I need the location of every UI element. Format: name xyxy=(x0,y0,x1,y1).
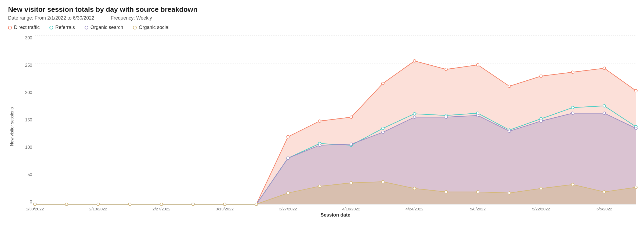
svg-point-17 xyxy=(350,116,353,118)
svg-point-66 xyxy=(635,127,637,130)
chart-container: New visitor sessions 300250200150100500 … xyxy=(8,36,636,218)
svg-point-38 xyxy=(382,127,384,130)
svg-point-19 xyxy=(413,59,416,62)
legend-label-organic-search: Organic search xyxy=(91,25,123,30)
svg-point-39 xyxy=(413,112,416,115)
x-tick: 3/13/2022 xyxy=(216,207,234,211)
legend-label-referrals: Referrals xyxy=(55,25,75,30)
y-axis-label: New visitor sessions xyxy=(8,36,16,218)
svg-point-82 xyxy=(508,192,511,194)
y-tick: 300 xyxy=(25,36,32,40)
svg-point-21 xyxy=(476,64,479,66)
x-tick: 6/5/2022 xyxy=(596,207,612,211)
svg-point-22 xyxy=(508,85,511,88)
y-tick: 200 xyxy=(25,90,32,95)
svg-point-85 xyxy=(603,191,606,193)
y-axis: 300250200150100500 xyxy=(19,36,35,204)
x-tick: 1/30/2022 xyxy=(26,207,44,211)
date-range: Date range: From 2/1/2022 to 6/30/2022 xyxy=(8,15,94,21)
svg-point-65 xyxy=(603,112,606,114)
svg-point-79 xyxy=(413,187,416,190)
y-tick: 0 xyxy=(30,200,32,204)
x-tick: 5/8/2022 xyxy=(470,207,486,211)
svg-point-18 xyxy=(382,82,384,85)
svg-point-57 xyxy=(350,143,353,146)
legend-item-organic-search: Organic search xyxy=(85,25,123,30)
x-axis-label: Session date xyxy=(320,212,350,218)
svg-point-24 xyxy=(571,71,574,73)
legend-dot-direct xyxy=(8,26,12,29)
y-tick: 150 xyxy=(25,118,32,122)
legend-label-organic-social: Organic social xyxy=(139,25,169,30)
chart-subtitle: Date range: From 2/1/2022 to 6/30/2022 F… xyxy=(8,15,636,21)
x-tick: 3/27/2022 xyxy=(279,207,297,211)
svg-point-84 xyxy=(571,183,574,186)
legend-item-referrals: Referrals xyxy=(49,25,75,30)
x-tick: 2/13/2022 xyxy=(89,207,107,211)
svg-point-60 xyxy=(445,116,447,118)
x-tick: 4/10/2022 xyxy=(342,207,360,211)
svg-point-59 xyxy=(413,116,416,118)
subtitle-divider xyxy=(104,16,104,20)
svg-point-61 xyxy=(476,114,479,117)
svg-point-55 xyxy=(287,157,289,159)
svg-point-77 xyxy=(350,181,353,184)
plot-area xyxy=(35,36,636,204)
y-tick: 50 xyxy=(27,172,32,177)
x-tick: 5/22/2022 xyxy=(532,207,550,211)
x-axis: Session date 1/30/20222/13/20222/27/2022… xyxy=(35,204,636,218)
svg-point-25 xyxy=(603,67,606,70)
legend-label-direct: Direct traffic xyxy=(14,25,40,30)
svg-point-26 xyxy=(635,89,637,92)
chart-svg xyxy=(35,36,636,204)
svg-point-20 xyxy=(445,68,447,71)
svg-point-15 xyxy=(287,135,289,138)
svg-point-62 xyxy=(508,130,511,132)
chart-title: New visitor session totals by day with s… xyxy=(8,5,636,14)
x-tick: 4/24/2022 xyxy=(406,207,424,211)
svg-point-16 xyxy=(318,120,321,122)
svg-point-75 xyxy=(287,192,289,194)
svg-point-58 xyxy=(382,131,384,134)
svg-point-83 xyxy=(540,187,542,190)
chart-inner: 300250200150100500 Session date 1/30/202… xyxy=(19,36,636,218)
y-tick: 100 xyxy=(25,145,32,150)
y-tick: 250 xyxy=(25,63,32,68)
legend-item-organic-social: Organic social xyxy=(133,25,169,30)
svg-point-56 xyxy=(318,144,321,147)
svg-point-63 xyxy=(540,120,542,122)
x-tick: 2/27/2022 xyxy=(153,207,171,211)
svg-point-44 xyxy=(571,106,574,109)
legend-item-direct: Direct traffic xyxy=(8,25,40,30)
svg-point-64 xyxy=(571,112,574,114)
svg-point-86 xyxy=(635,186,637,189)
legend-dot-organic-search xyxy=(85,26,88,29)
svg-point-80 xyxy=(445,191,447,193)
svg-point-81 xyxy=(476,191,479,193)
svg-point-45 xyxy=(603,105,606,107)
svg-point-23 xyxy=(540,75,542,77)
legend-dot-referrals xyxy=(49,26,53,29)
svg-point-78 xyxy=(382,180,384,183)
svg-point-76 xyxy=(318,185,321,188)
legend-dot-organic-social xyxy=(133,26,137,29)
frequency: Frequency: Weekly xyxy=(111,15,152,21)
chart-legend: Direct traffic Referrals Organic search … xyxy=(8,25,636,30)
